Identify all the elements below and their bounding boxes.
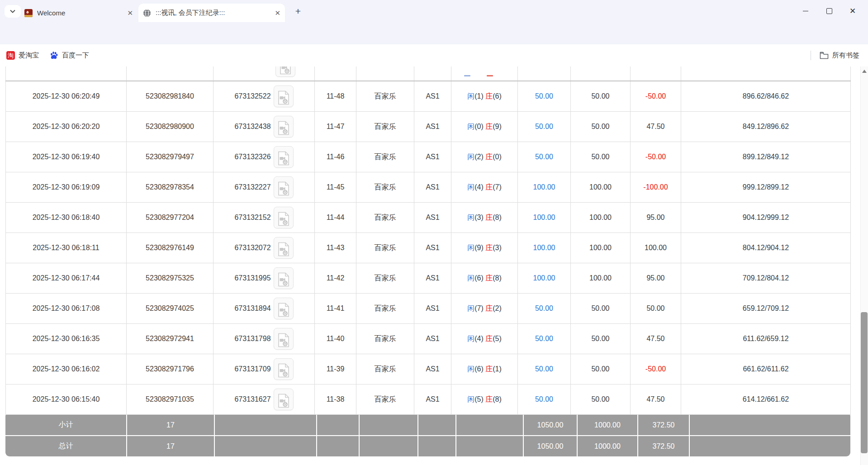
cell-bet-id: 523082971035	[127, 384, 213, 415]
total-bet: 1050.00	[524, 436, 577, 456]
banker-point: (8)	[493, 274, 502, 282]
cell-round: 11-42	[315, 263, 356, 294]
cell-bet-id: 523082971796	[127, 354, 213, 384]
video-replay-button[interactable]	[274, 328, 294, 350]
close-window-button[interactable]: ✕	[841, 0, 864, 22]
tab-close-icon[interactable]: ✕	[275, 9, 280, 16]
cell-win-loss: 100.00	[631, 233, 681, 263]
player-point: (9)	[474, 244, 484, 251]
video-replay-button[interactable]	[274, 85, 294, 107]
cell-bet-content: 闲(6) 庄(8)	[451, 263, 518, 294]
round-id-text: 673131798	[234, 335, 270, 342]
subtotal-empty	[317, 415, 359, 435]
cell-round-id: 673131709	[213, 354, 315, 384]
player-point: (6)	[474, 274, 484, 282]
cell-win-loss: 47.50	[631, 112, 681, 142]
cell-time: 2025-12-30 06:18:40	[6, 203, 127, 233]
video-replay-button[interactable]	[275, 66, 295, 77]
gold-bar	[24, 15, 33, 17]
player-label: 闲	[467, 395, 474, 403]
player-point: (3)	[474, 214, 484, 221]
banker-label: 庄	[485, 244, 493, 251]
video-replay-button[interactable]	[274, 298, 294, 319]
scrollbar-up-arrow[interactable]	[862, 70, 867, 73]
bet-amount-link[interactable]: 100.00	[533, 244, 555, 251]
total-empty	[317, 436, 359, 456]
video-replay-button[interactable]	[274, 237, 294, 259]
cell-bet-content: 闲(2) 庄(0)	[451, 142, 518, 172]
close-icon: ✕	[849, 7, 856, 15]
cell-bet-id: 523082977204	[127, 203, 213, 233]
cell-win-loss	[631, 66, 681, 81]
cell-win-loss: 95.00	[631, 203, 681, 233]
bookmark-label: 百度一下	[62, 51, 89, 60]
cell-bet-content: 闲(3) 庄(8)	[451, 203, 518, 233]
cell-bet-amount: 50.00	[518, 142, 571, 172]
cell-round: 11-45	[315, 172, 356, 203]
cell-win-loss: -100.00	[631, 172, 681, 203]
globe-favicon-icon	[143, 9, 151, 17]
cell-bet-amount: 50.00	[518, 384, 571, 415]
player-point: (7)	[474, 304, 484, 312]
bet-amount-link[interactable]: 100.00	[533, 214, 555, 221]
video-replay-button[interactable]	[274, 176, 294, 198]
cell-round-id: 673132227	[213, 172, 315, 203]
bet-amount-link[interactable]: 50.00	[535, 123, 553, 130]
bet-amount-link[interactable]: 50.00	[535, 365, 553, 373]
video-replay-button[interactable]	[274, 116, 294, 138]
cell-win-loss: -50.00	[631, 142, 681, 172]
bet-amount-link[interactable]: 100.00	[533, 274, 555, 282]
cell-bet-amount	[518, 66, 571, 81]
cell-bet-id: 523082981840	[127, 81, 213, 112]
tab-title: :::视讯, 会员下注纪录:::	[156, 9, 270, 17]
table-row: 2025-12-30 06:18:11 523082976149 6731320…	[6, 233, 851, 263]
bookmark-aitaobao[interactable]: 淘 爱淘宝	[6, 50, 39, 61]
cell-balance: 614.12/661.62	[681, 384, 851, 415]
player-label: 闲	[467, 183, 474, 191]
cell-round-id	[213, 66, 315, 81]
player-label: 闲	[467, 92, 474, 100]
bet-amount-link[interactable]: 50.00	[535, 304, 553, 312]
bet-amount-link[interactable]: 50.00	[535, 395, 553, 403]
baidu-paw-icon	[50, 51, 58, 60]
cell-round: 11-39	[315, 354, 356, 384]
subtotal-empty	[418, 415, 455, 435]
tab-search-button[interactable]	[5, 5, 21, 18]
round-id-text: 673131709	[234, 365, 270, 373]
subtotal-empty	[456, 415, 523, 435]
cell-balance: 659.12/709.12	[681, 294, 851, 324]
all-bookmarks-button[interactable]: 所有书签	[820, 50, 859, 61]
video-replay-button[interactable]	[274, 389, 294, 410]
round-id-text: 673131627	[234, 395, 270, 403]
cell-game: 百家乐	[356, 112, 414, 142]
video-replay-button[interactable]	[274, 146, 294, 168]
tab-bet-record[interactable]: :::视讯, 会员下注纪录::: ✕	[138, 4, 285, 22]
tab-welcome[interactable]: ♠ Welcome ✕	[20, 4, 138, 22]
cell-bet-id: 523082974025	[127, 294, 213, 324]
cell-bet-id: 523082976149	[127, 233, 213, 263]
maximize-button[interactable]	[817, 0, 841, 22]
video-replay-button[interactable]	[274, 358, 294, 380]
cell-valid-amount: 50.00	[571, 112, 631, 142]
total-count: 17	[127, 436, 214, 456]
bet-amount-link[interactable]: 50.00	[535, 153, 553, 161]
minimize-button[interactable]	[794, 0, 817, 22]
subtotal-bet: 1050.00	[524, 415, 577, 435]
cell-time: 2025-12-30 06:20:20	[6, 112, 127, 142]
video-replay-button[interactable]	[274, 267, 294, 289]
scrollbar-thumb[interactable]	[861, 312, 868, 453]
video-file-icon	[278, 212, 289, 226]
cell-bet-id: 523082975325	[127, 263, 213, 294]
tab-close-icon[interactable]: ✕	[127, 9, 133, 16]
bet-amount-link[interactable]: 100.00	[533, 183, 555, 191]
cell-table: AS1	[414, 203, 451, 233]
cell-time: 2025-12-30 06:17:44	[6, 263, 127, 294]
cell-round: 11-40	[315, 324, 356, 354]
bet-amount-link[interactable]: 50.00	[535, 335, 553, 342]
cell-bet-content: 闲(7) 庄(2)	[451, 294, 518, 324]
bet-amount-link[interactable]: 50.00	[535, 92, 553, 100]
video-replay-button[interactable]	[274, 207, 294, 228]
new-tab-button[interactable]: +	[292, 6, 304, 18]
bookmark-baidu[interactable]: 百度一下	[50, 50, 89, 61]
cell-bet-content: 闲(0) 庄(9)	[451, 112, 518, 142]
